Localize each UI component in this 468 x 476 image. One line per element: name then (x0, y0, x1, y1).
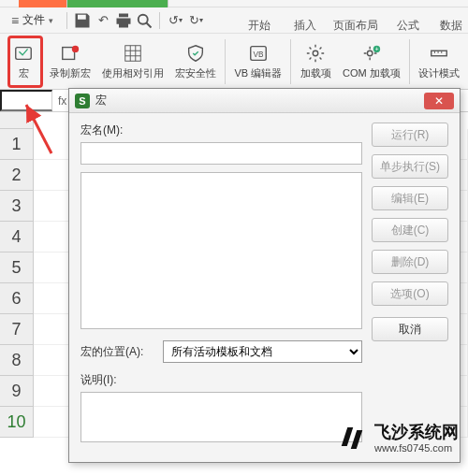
ribbon-label: 设计模式 (418, 66, 460, 80)
separator (159, 12, 160, 29)
macro-icon (12, 42, 35, 65)
svg-line-1 (147, 22, 152, 27)
svg-rect-22 (351, 430, 362, 449)
row-header[interactable]: 6 (0, 283, 34, 314)
shield-icon (184, 42, 207, 65)
redo-dropdown-icon[interactable]: ↻▾ (186, 11, 205, 30)
window-tabstrip (0, 0, 468, 7)
ribbon-label: 宏 (19, 66, 29, 80)
menu-tab[interactable]: 公式 (397, 18, 419, 34)
step-button[interactable]: 单步执行(S) (372, 154, 448, 179)
ribbon-toolbar: 宏 录制新宏 使用相对引用 宏安全性 VB VB 编辑器 加载项 + COM 加… (0, 34, 468, 90)
watermark-logo (341, 425, 369, 453)
watermark-title: 飞沙系统网 (374, 424, 459, 442)
description-label: 说明(I): (80, 372, 362, 388)
macro-dialog: S 宏 ✕ 宏名(M): 宏的位置(A): 所有活动模板和文档 说明(I): 运… (68, 88, 461, 463)
macro-button[interactable]: 宏 (4, 40, 43, 82)
create-button[interactable]: 创建(C) (372, 218, 448, 242)
row-header[interactable]: 7 (0, 314, 34, 345)
description-input[interactable] (80, 392, 362, 442)
row-header[interactable]: 4 (0, 222, 34, 252)
save-icon[interactable] (73, 11, 92, 30)
options-button[interactable]: 选项(O) (372, 281, 448, 306)
cancel-button[interactable]: 取消 (372, 317, 448, 341)
undo-icon[interactable]: ↶ (94, 11, 112, 30)
dialog-body: 宏名(M): 宏的位置(A): 所有活动模板和文档 说明(I): 运行(R) 单… (69, 113, 460, 452)
ruler-icon (428, 42, 450, 65)
separator (66, 12, 67, 29)
row-header[interactable]: 8 (0, 345, 34, 376)
ribbon-label: 使用相对引用 (102, 66, 164, 80)
delete-button[interactable]: 删除(D) (372, 250, 448, 274)
ribbon-label: COM 加载项 (343, 66, 401, 80)
macro-security-button[interactable]: 宏安全性 (170, 40, 221, 82)
menu-tab[interactable]: 开始 (248, 18, 271, 34)
quick-access-toolbar: ≡ 文件 ▾ ↶ ↺▾ ↻▾ 开始 插入 页面布局 公式 数据 (0, 7, 468, 34)
menu-icon: ≡ (11, 13, 19, 28)
addins-button[interactable]: 加载项 (295, 40, 336, 82)
record-macro-button[interactable]: 录制新宏 (45, 40, 95, 82)
svg-rect-21 (342, 427, 353, 446)
separator (225, 39, 226, 84)
close-icon[interactable]: ✕ (424, 93, 454, 109)
ribbon-label: 宏安全性 (175, 66, 216, 80)
separator (290, 39, 291, 84)
row-header[interactable]: 2 (0, 160, 34, 191)
dialog-titlebar[interactable]: S 宏 ✕ (69, 89, 460, 113)
ribbon-label: VB 编辑器 (235, 66, 283, 80)
file-menu[interactable]: ≡ 文件 ▾ (4, 12, 61, 28)
gear-plus-icon: + (360, 42, 383, 65)
svg-point-4 (72, 46, 79, 52)
separator (409, 39, 410, 84)
dialog-title-text: 宏 (95, 93, 418, 108)
svg-point-13 (367, 50, 373, 56)
edit-button[interactable]: 编辑(E) (372, 186, 448, 210)
ribbon-label: 录制新宏 (50, 66, 91, 80)
ribbon-label: 加载项 (300, 66, 331, 80)
app-icon: S (75, 94, 90, 108)
svg-point-12 (313, 50, 318, 56)
row-header[interactable]: 1 (0, 129, 34, 160)
macro-name-label: 宏名(M): (80, 123, 362, 138)
macro-name-input[interactable] (80, 142, 362, 165)
row-header[interactable]: 3 (0, 191, 34, 222)
macro-location-label: 宏的位置(A): (80, 344, 154, 360)
watermark: 飞沙系统网 www.fs0745.com (341, 424, 459, 454)
code-icon: VB (247, 42, 270, 65)
row-header[interactable]: 5 (0, 252, 34, 283)
cell-reference-input[interactable] (0, 90, 52, 111)
svg-rect-5 (125, 46, 141, 62)
menu-tab[interactable]: 插入 (294, 18, 316, 34)
watermark-url: www.fs0745.com (374, 442, 459, 454)
macro-location-select[interactable]: 所有活动模板和文档 (163, 340, 362, 363)
row-header[interactable]: 9 (0, 376, 34, 407)
gear-icon (304, 42, 327, 65)
svg-point-0 (139, 14, 148, 23)
com-addins-button[interactable]: + COM 加载项 (338, 40, 405, 82)
svg-text:+: + (375, 46, 379, 52)
macro-list[interactable] (80, 172, 362, 329)
tab-strip-item[interactable] (67, 0, 168, 7)
chevron-down-icon: ▾ (49, 16, 53, 25)
row-header[interactable]: 10 (0, 407, 34, 438)
print-icon[interactable] (114, 11, 133, 30)
print-preview-icon[interactable] (135, 11, 154, 30)
vb-editor-button[interactable]: VB VB 编辑器 (229, 40, 286, 82)
select-all-corner[interactable] (0, 112, 34, 129)
menu-tab[interactable]: 页面布局 (333, 18, 378, 34)
undo-dropdown-icon[interactable]: ↺▾ (166, 11, 184, 30)
tab-strip-item[interactable] (19, 0, 67, 7)
svg-rect-16 (431, 50, 447, 56)
run-button[interactable]: 运行(R) (372, 123, 448, 147)
record-macro-icon (59, 42, 81, 65)
grid-icon (122, 42, 144, 65)
design-mode-button[interactable]: 设计模式 (414, 40, 464, 82)
relative-ref-button[interactable]: 使用相对引用 (97, 40, 168, 82)
file-label: 文件 (22, 12, 45, 28)
menu-tab[interactable]: 数据 (440, 18, 462, 34)
svg-text:VB: VB (253, 50, 264, 59)
